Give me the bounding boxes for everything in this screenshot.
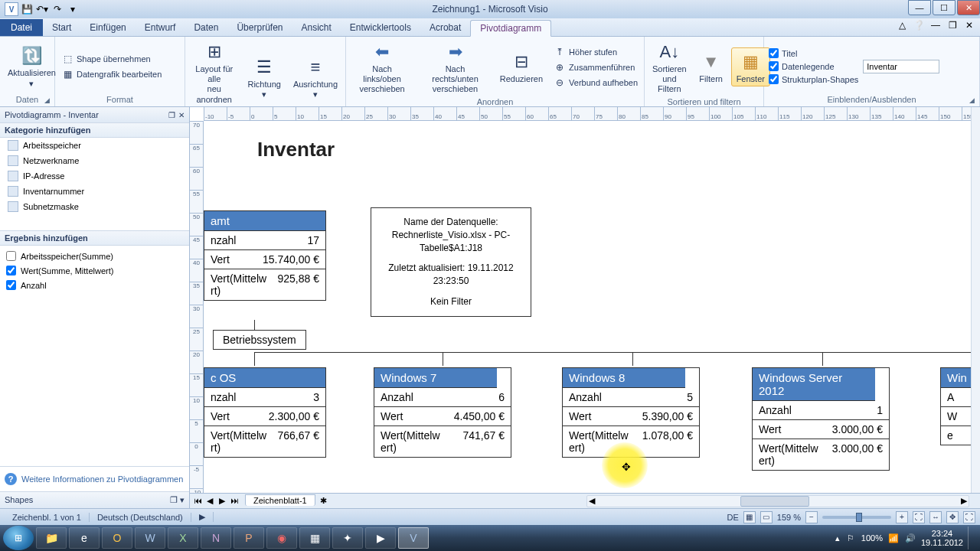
list-item[interactable]: Wert(Summe, Mittelwert): [5, 263, 185, 278]
taskbar-powerpoint[interactable]: P: [234, 527, 264, 549]
list-item[interactable]: Arbeitsspeicher: [0, 138, 189, 153]
maximize-button[interactable]: ☐: [933, 0, 956, 15]
panel-close-icon[interactable]: ✕: [178, 111, 185, 119]
tab-ansicht[interactable]: Ansicht: [292, 19, 341, 36]
minimize-button[interactable]: —: [908, 0, 931, 15]
tab-pivotdiagramm[interactable]: Pivotdiagramm: [470, 20, 551, 37]
taskbar-word[interactable]: W: [135, 527, 165, 549]
sheet-next-icon[interactable]: ▶: [216, 496, 228, 506]
list-item[interactable]: Subnetzmaske: [0, 199, 189, 214]
undo-icon[interactable]: ↶▾: [35, 2, 49, 16]
zoom-slider[interactable]: [822, 516, 891, 519]
datengrafik-button[interactable]: ▦Datengrafik bearbeiten: [58, 67, 165, 81]
tray-date[interactable]: 19.11.2012: [921, 538, 963, 547]
sheet-first-icon[interactable]: ⏮: [191, 496, 204, 506]
datenlegende-checkbox[interactable]: Datenlegende: [767, 60, 860, 72]
zusammenfuehren-button[interactable]: ⊕Zusammenführen: [550, 60, 641, 74]
nach-links-button[interactable]: ⬅Nach links/oben verschieben: [349, 38, 415, 96]
pivot-child-node[interactable]: Windows 8 Anzahl5 Wert5.390,00 € Wert(Mi…: [562, 367, 700, 458]
tray-network-icon[interactable]: 📶: [887, 532, 900, 544]
scroll-left-icon[interactable]: ◀: [589, 496, 595, 506]
richtung-button[interactable]: ☰Richtung▾: [243, 54, 285, 101]
nach-rechts-button[interactable]: ➡Nach rechts/unten verschieben: [418, 38, 492, 96]
taskbar-app4[interactable]: ▶: [365, 527, 396, 549]
shapes-dropdown-icon[interactable]: ▾: [180, 495, 185, 504]
sheet-prev-icon[interactable]: ◀: [204, 496, 216, 506]
list-item[interactable]: Anzahl: [5, 278, 185, 292]
titel-input[interactable]: [863, 60, 939, 73]
pan-icon[interactable]: ✥: [946, 511, 959, 523]
scroll-thumb[interactable]: [740, 496, 809, 507]
taskbar-onenote[interactable]: N: [201, 527, 231, 549]
titel-checkbox[interactable]: Titel: [767, 47, 860, 59]
dialog-launcher-icon[interactable]: ◢: [969, 96, 975, 104]
filtern-button[interactable]: ▼Filtern: [694, 48, 728, 86]
verbund-aufheben-button[interactable]: ⊖Verbund aufheben: [550, 76, 641, 90]
pivot-child-node[interactable]: Windows Server 2012 Anzahl1 Wert3.000,00…: [752, 367, 890, 471]
taskbar-app2[interactable]: ▦: [299, 527, 330, 549]
fit-page-icon[interactable]: ⛶: [913, 511, 925, 523]
tab-acrobat[interactable]: Acrobat: [420, 19, 470, 36]
list-item[interactable]: Netzwerkname: [0, 153, 189, 168]
scroll-right-icon[interactable]: ▶: [961, 496, 967, 506]
taskbar-app3[interactable]: ✦: [332, 527, 363, 549]
tray-time[interactable]: 23:24: [921, 529, 963, 538]
tray-flag-icon[interactable]: ⚐: [844, 532, 857, 544]
list-item[interactable]: Arbeitsspeicher(Summe): [5, 249, 185, 263]
show-desktop-button[interactable]: [968, 527, 975, 549]
layout-alle-button[interactable]: ⊞Layout für alle neu anordnen▾: [188, 38, 240, 116]
tab-entwurf[interactable]: Entwurf: [136, 19, 185, 36]
fit-width-icon[interactable]: ↔: [929, 511, 942, 523]
panel-pin-icon[interactable]: ❐: [168, 111, 175, 119]
taskbar-app1[interactable]: ◉: [266, 527, 297, 549]
sheet-tab[interactable]: Zeichenblatt-1: [245, 494, 315, 506]
list-item[interactable]: IP-Adresse: [0, 168, 189, 184]
aktualisieren-button[interactable]: 🔃Aktualisieren▾: [3, 42, 60, 90]
status-language[interactable]: Deutsch (Deutschland): [90, 513, 191, 522]
pivot-root-node[interactable]: amt nzahl17 Vert15.740,00 € Vert(Mittelw…: [204, 210, 326, 301]
zoom-in-icon[interactable]: +: [896, 511, 908, 523]
category-box[interactable]: Betriebssystem: [213, 330, 306, 350]
taskbar-ie[interactable]: e: [69, 527, 100, 549]
view-wide-icon[interactable]: ▭: [760, 511, 773, 523]
taskbar-explorer[interactable]: 📁: [36, 527, 67, 549]
shapes-expand-icon[interactable]: ❐: [170, 495, 178, 504]
minimize-ribbon-icon[interactable]: △: [896, 20, 908, 32]
drawing-canvas[interactable]: Inventar Name der Datenquelle:Rechnerlis…: [204, 121, 980, 493]
save-icon[interactable]: 💾: [20, 2, 34, 16]
close-button[interactable]: ✕: [957, 0, 980, 15]
category-list[interactable]: Arbeitsspeicher Netzwerkname IP-Adresse …: [0, 138, 189, 231]
zoom-out-icon[interactable]: −: [805, 511, 818, 523]
doc-minimize-icon[interactable]: —: [929, 20, 942, 32]
taskbar-outlook[interactable]: O: [102, 527, 132, 549]
taskbar-excel[interactable]: X: [168, 527, 198, 549]
reduzieren-button[interactable]: ⊟Reduzieren: [495, 48, 547, 86]
horizontal-scrollbar[interactable]: ◀▶: [586, 495, 969, 507]
sheet-last-icon[interactable]: ⏭: [228, 496, 240, 506]
vertical-scrollbar[interactable]: [971, 107, 980, 508]
tab-daten[interactable]: Daten: [185, 19, 227, 36]
status-langcode[interactable]: DE: [727, 513, 739, 522]
doc-restore-icon[interactable]: ❐: [946, 20, 959, 32]
pivot-child-node[interactable]: Windows 7 Anzahl6 Wert4.450,00 € Wert(Mi…: [374, 367, 511, 458]
zoom-level[interactable]: 159 %: [777, 513, 801, 522]
tab-entwicklertools[interactable]: Entwicklertools: [341, 19, 420, 36]
help-icon[interactable]: ❔: [913, 20, 925, 32]
taskbar-visio[interactable]: V: [398, 527, 429, 549]
doc-close-icon[interactable]: ✕: [963, 20, 975, 32]
tray-volume-icon[interactable]: 🔊: [904, 532, 916, 544]
datasource-legend[interactable]: Name der Datenquelle:Rechnerliste_Visio.…: [371, 207, 531, 317]
redo-icon[interactable]: ↷: [51, 2, 64, 16]
pivot-child-node[interactable]: c OS nzahl3 Vert2.300,00 € Vert(Mittelw …: [204, 367, 326, 458]
fullscreen-icon[interactable]: ⛶: [963, 511, 975, 523]
strukturplan-checkbox[interactable]: Strukturplan-Shapes: [767, 73, 860, 85]
dialog-launcher-icon[interactable]: ◢: [44, 96, 50, 104]
tab-ueberpruefen[interactable]: Überprüfen: [227, 19, 292, 36]
tab-einfuegen[interactable]: Einfügen: [80, 19, 135, 36]
shape-uebernehmen-button[interactable]: ⬚Shape übernehmen: [58, 52, 165, 66]
view-normal-icon[interactable]: ▦: [743, 511, 756, 523]
sortieren-filtern-button[interactable]: A↓Sortieren und Filtern: [648, 38, 691, 96]
start-button[interactable]: ⊞: [3, 526, 34, 550]
tray-expand-icon[interactable]: ▴: [835, 533, 840, 543]
list-item[interactable]: Inventarnummer: [0, 184, 189, 199]
